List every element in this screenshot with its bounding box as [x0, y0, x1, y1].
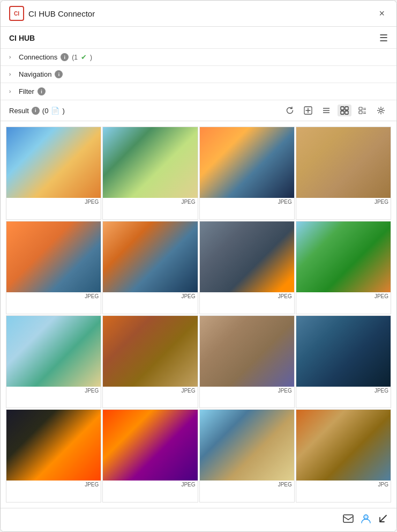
- detail-view-button[interactable]: [356, 105, 370, 116]
- export-button[interactable]: [378, 514, 388, 526]
- connections-info-icon[interactable]: i: [61, 53, 69, 61]
- result-label: Result: [9, 107, 29, 115]
- result-count-suffix: ): [62, 107, 64, 115]
- menu-button[interactable]: ☰: [379, 32, 388, 44]
- grid-item-label: JPEG: [103, 481, 197, 489]
- grid-item[interactable]: JPEG: [199, 127, 295, 220]
- grid-item[interactable]: JPEG: [102, 221, 198, 314]
- grid-item[interactable]: JPEG: [296, 315, 391, 409]
- grid-image: [6, 127, 101, 198]
- filter-label: Filter: [19, 87, 34, 95]
- svg-rect-10: [359, 107, 362, 110]
- svg-rect-7: [345, 107, 348, 110]
- detail-icon: [358, 106, 367, 115]
- grid-image: [6, 221, 101, 292]
- grid-item-label: JPEG: [6, 481, 101, 489]
- grid-item[interactable]: JPEG: [6, 127, 101, 220]
- grid-item[interactable]: JPG: [296, 409, 391, 503]
- list-view-button[interactable]: [319, 105, 333, 116]
- list-icon: [322, 106, 331, 115]
- gear-icon: [377, 106, 385, 115]
- grid-icon: [340, 106, 349, 115]
- result-info-icon[interactable]: i: [32, 107, 40, 115]
- filter-section: › Filter i: [1, 83, 396, 100]
- connections-section: › Connections i (1 ✔ ): [1, 49, 396, 66]
- grid-image: [103, 316, 197, 387]
- grid-image: [6, 410, 101, 481]
- user-button[interactable]: [361, 514, 371, 526]
- grid-item[interactable]: JPEG: [6, 315, 101, 409]
- image-grid: JPEGJPEGJPEGJPEGJPEGJPEGJPEGJPEGJPEGJPEG…: [1, 121, 396, 508]
- connections-chevron: ›: [9, 54, 16, 60]
- grid-item[interactable]: JPEG: [199, 221, 295, 314]
- email-button[interactable]: [343, 514, 354, 526]
- grid-image: [296, 221, 391, 292]
- svg-point-18: [364, 515, 368, 519]
- grid-item-label: JPEG: [200, 292, 294, 300]
- grid-image: [296, 316, 391, 387]
- grid-item[interactable]: JPEG: [296, 221, 391, 314]
- app-title: CI HUB Connector: [28, 9, 95, 18]
- grid-item[interactable]: JPEG: [102, 127, 198, 220]
- svg-rect-17: [343, 515, 353, 522]
- connections-check-icon: ✔: [81, 53, 87, 61]
- navigation-section: › Navigation i: [1, 66, 396, 83]
- svg-rect-9: [345, 111, 348, 114]
- result-file-icon: 📄: [51, 107, 59, 115]
- svg-rect-8: [341, 111, 344, 114]
- result-actions: [283, 105, 388, 116]
- footer: [1, 508, 396, 531]
- grid-image: [200, 127, 294, 198]
- connections-badge: (1: [72, 54, 78, 61]
- grid-item-label: JPEG: [6, 198, 101, 206]
- refresh-icon: [286, 106, 294, 115]
- grid-item-label: JPEG: [103, 387, 197, 395]
- grid-image: [103, 221, 197, 292]
- grid-view-button[interactable]: [338, 105, 351, 116]
- panel-header: CI HUB ☰: [1, 27, 396, 49]
- grid-item-label: JPG: [296, 481, 391, 489]
- grid-item[interactable]: JPEG: [102, 409, 198, 503]
- grid-image: [296, 127, 391, 198]
- connections-badge-suffix: ): [90, 54, 92, 61]
- result-bar: Result i (0 📄 ): [1, 100, 396, 121]
- grid-item-label: JPEG: [103, 198, 197, 206]
- navigation-info-icon[interactable]: i: [55, 70, 63, 78]
- add-icon: [304, 106, 312, 115]
- grid-image: [200, 221, 294, 292]
- grid-item-label: JPEG: [6, 387, 101, 395]
- navigation-label: Navigation: [19, 70, 51, 78]
- connections-row[interactable]: › Connections i (1 ✔ ): [1, 49, 396, 65]
- user-icon: [361, 514, 371, 523]
- settings-button[interactable]: [374, 105, 388, 116]
- grid-item-label: JPEG: [103, 292, 197, 300]
- panel-title: CI HUB: [9, 34, 35, 42]
- title-bar: CI CI HUB Connector ×: [1, 1, 396, 27]
- app-logo: CI: [9, 6, 24, 21]
- filter-info-icon[interactable]: i: [38, 87, 46, 95]
- grid-item[interactable]: JPEG: [6, 221, 101, 314]
- grid-item-label: JPEG: [296, 292, 391, 300]
- title-bar-left: CI CI HUB Connector: [9, 6, 95, 21]
- app-window: CI CI HUB Connector × CI HUB ☰ › Connect…: [0, 0, 397, 532]
- grid-item[interactable]: JPEG: [6, 409, 101, 503]
- filter-row[interactable]: › Filter i: [1, 83, 396, 100]
- grid-item[interactable]: JPEG: [102, 315, 198, 409]
- grid-item-label: JPEG: [200, 481, 294, 489]
- refresh-button[interactable]: [283, 105, 297, 116]
- grid-image: [296, 410, 391, 481]
- email-icon: [343, 514, 354, 523]
- grid-image: [103, 127, 197, 198]
- grid-item[interactable]: JPEG: [199, 315, 295, 409]
- close-button[interactable]: ×: [376, 7, 388, 20]
- grid-image: [200, 316, 294, 387]
- navigation-row[interactable]: › Navigation i: [1, 66, 396, 83]
- filter-chevron: ›: [9, 88, 16, 94]
- add-button[interactable]: [301, 105, 315, 116]
- grid-image: [103, 410, 197, 481]
- grid-item-label: JPEG: [200, 198, 294, 206]
- grid-item[interactable]: JPEG: [199, 409, 295, 503]
- grid-item[interactable]: JPEG: [296, 127, 391, 220]
- result-count: (0: [42, 107, 49, 115]
- result-left: Result i (0 📄 ): [9, 107, 65, 115]
